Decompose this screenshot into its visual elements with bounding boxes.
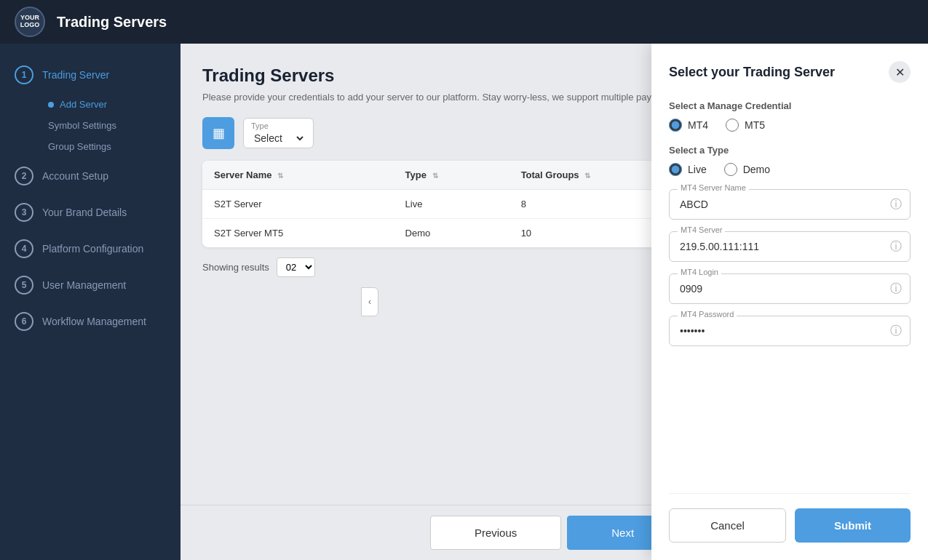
results-per-page-select[interactable]: 02 05 10 [277,257,315,277]
drawer-footer: Cancel Submit [669,493,911,543]
credential-section-label: Select a Manage Credential [669,100,911,111]
login-label: MT4 Login [678,268,721,276]
previous-button[interactable]: Previous [430,516,561,550]
sidebar-label-account-setup: Account Setup [42,170,108,182]
type-live-radio[interactable] [669,163,682,176]
sidebar-collapse-button[interactable]: ‹ [361,287,378,316]
drawer-title: Select your Trading Server [669,65,835,80]
credential-mt5-option[interactable]: MT5 [726,119,765,132]
showing-results-label: Showing results [202,262,269,273]
sidebar-label-workflow-management: Workflow Management [42,316,146,327]
password-input[interactable] [669,316,911,346]
drawer-body: Select a Manage Credential MT4 MT5 Selec… [669,100,911,487]
type-filter-wrap: Type Select Live Demo [243,118,314,148]
sort-arrows-type: ⇅ [432,172,438,180]
password-field: MT4 Password ⓘ [669,316,911,346]
login-input[interactable] [669,273,911,304]
header-title: Trading Servers [57,14,167,31]
sidebar-item-trading-server[interactable]: 1 Trading Server [0,58,181,92]
cell-server-name-1: S2T Server [202,190,394,219]
filter-button[interactable]: ▦ [202,117,234,149]
filter-icon: ▦ [213,125,225,141]
type-section-label: Select a Type [669,145,911,156]
step-circle-6: 6 [15,312,33,331]
type-filter-select[interactable]: Select Live Demo [251,132,306,145]
step-circle-1: 1 [15,65,33,84]
type-live-option[interactable]: Live [669,163,707,176]
logo: YOURLOGO [15,7,45,37]
step-circle-5: 5 [15,276,33,295]
content-area: ‹ Trading Servers Please provide your cr… [181,44,928,560]
sidebar-item-brand-details[interactable]: 3 Your Brand Details [0,196,181,229]
server-address-label: MT4 Server [678,225,725,234]
cell-type-1: Live [394,190,509,219]
cell-server-name-2: S2T Server MT5 [202,219,394,248]
password-label: MT4 Password [678,310,737,319]
step-circle-3: 3 [15,203,33,222]
credential-radio-group: MT4 MT5 [669,119,911,132]
step-circle-2: 2 [15,167,33,185]
server-name-info-icon[interactable]: ⓘ [890,197,902,212]
server-name-input[interactable] [669,189,911,220]
sort-arrows-total-groups: ⇅ [584,172,590,180]
main-layout: 1 Trading Server Add Server Symbol Setti… [0,44,928,560]
sidebar-sub-symbol-settings[interactable]: Symbol Settings [42,116,181,135]
sidebar-item-platform-config[interactable]: 4 Platform Configuration [0,232,181,265]
sidebar: 1 Trading Server Add Server Symbol Setti… [0,44,181,560]
server-name-field: MT4 Server Name ⓘ [669,189,911,220]
header: YOURLOGO Trading Servers [0,0,928,44]
submit-button[interactable]: Submit [795,508,911,543]
active-dot [48,102,54,108]
sidebar-label-platform-config: Platform Configuration [42,243,143,255]
credential-mt5-radio[interactable] [726,119,739,132]
logo-text: YOURLOGO [20,15,40,29]
server-address-input[interactable] [669,231,911,262]
type-demo-option[interactable]: Demo [724,163,770,176]
sidebar-item-workflow-management[interactable]: 6 Workflow Management [0,305,181,338]
type-radio-group: Live Demo [669,163,911,176]
server-name-label: MT4 Server Name [678,183,749,192]
login-info-icon[interactable]: ⓘ [890,281,902,297]
sidebar-sub-add-server[interactable]: Add Server [42,95,181,114]
type-demo-radio[interactable] [724,163,737,176]
sidebar-item-account-setup[interactable]: 2 Account Setup [0,159,181,193]
sidebar-label-user-management: User Management [42,279,126,291]
sidebar-item-user-management[interactable]: 5 User Management [0,268,181,302]
col-type[interactable]: Type ⇅ [394,161,509,190]
server-address-field: MT4 Server ⓘ [669,231,911,262]
type-filter-label: Type [251,121,306,130]
col-server-name[interactable]: Server Name ⇅ [202,161,394,190]
sidebar-sub-menu: Add Server Symbol Settings Group Setting… [0,95,181,156]
cancel-button[interactable]: Cancel [669,508,786,543]
sidebar-sub-group-settings[interactable]: Group Settings [42,137,181,156]
cell-type-2: Demo [394,219,509,248]
login-field: MT4 Login ⓘ [669,273,911,304]
credential-mt4-radio[interactable] [669,119,682,132]
password-info-icon[interactable]: ⓘ [890,324,902,339]
step-circle-4: 4 [15,239,33,258]
sort-arrows-server-name: ⇅ [277,172,283,180]
drawer: Select your Trading Server ✕ Select a Ma… [651,44,928,560]
server-address-info-icon[interactable]: ⓘ [890,239,902,255]
drawer-header: Select your Trading Server ✕ [669,61,911,83]
sidebar-label-brand-details: Your Brand Details [42,207,127,218]
sidebar-label-trading-server: Trading Server [42,69,109,81]
drawer-close-button[interactable]: ✕ [889,61,911,83]
credential-mt4-option[interactable]: MT4 [669,119,708,132]
